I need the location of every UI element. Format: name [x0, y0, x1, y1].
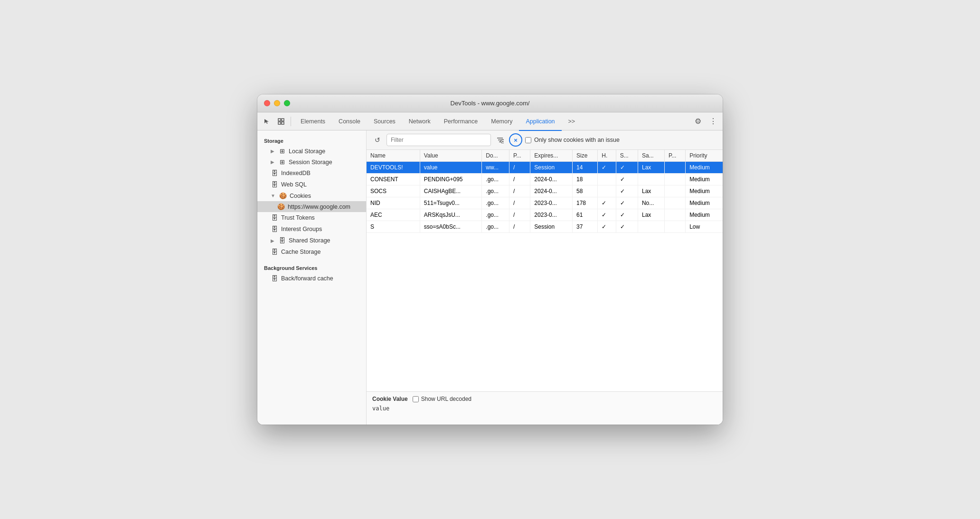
table-cell: .go... — [482, 185, 509, 197]
devtools-body: Storage ▶ ⊞ Local Storage ▶ ⊞ Session St… — [257, 130, 723, 425]
table-cell: 58 — [572, 185, 597, 197]
table-row[interactable]: Ssso=sA0bSc....go.../Session37✓✓Low — [367, 221, 723, 233]
table-cell: .go... — [482, 221, 509, 233]
table-cell: Low — [686, 221, 723, 233]
minimize-button[interactable] — [274, 100, 280, 106]
cookie-value-header: Cookie Value Show URL decoded — [372, 396, 717, 402]
table-cell: AEC — [367, 209, 420, 221]
sidebar-label-cookies: Cookies — [290, 193, 311, 199]
url-decode-checkbox[interactable] — [413, 396, 419, 402]
cookies-table: Name Value Do... P... Expires... Size H.… — [367, 150, 723, 391]
sidebar-item-indexeddb[interactable]: 🗄 IndexedDB — [257, 167, 366, 179]
window-title: DevTools - www.google.com/ — [451, 100, 530, 107]
inspect-icon-button[interactable] — [274, 115, 288, 128]
table-cell: ✓ — [616, 209, 638, 221]
tab-sources[interactable]: Sources — [367, 113, 402, 131]
toolbar-right: ⚙ ⋮ — [691, 115, 720, 128]
table-cell: 37 — [572, 221, 597, 233]
table-cell — [598, 185, 616, 197]
table-cell: 14 — [572, 162, 597, 174]
tab-bar: Elements Console Sources Network Perform… — [294, 112, 690, 130]
table-cell — [638, 174, 664, 185]
col-httponly[interactable]: H. — [598, 150, 616, 162]
sidebar-item-local-storage[interactable]: ▶ ⊞ Local Storage — [257, 146, 366, 157]
table-row[interactable]: CONSENTPENDING+095.go.../2024-0...18✓Med… — [367, 174, 723, 185]
sidebar-item-back-forward-cache[interactable]: 🗄 Back/forward cache — [257, 273, 366, 284]
close-button[interactable] — [264, 100, 270, 106]
sidebar-label-indexeddb: IndexedDB — [281, 170, 311, 176]
sidebar-item-shared-storage[interactable]: ▶ 🗄 Shared Storage — [257, 235, 366, 246]
tab-console[interactable]: Console — [332, 113, 367, 131]
sidebar-item-cookies[interactable]: ▼ 🍪 Cookies — [257, 190, 366, 201]
table-row[interactable]: SOCSCAISHAgBE....go.../2024-0...58✓LaxMe… — [367, 185, 723, 197]
table-header-row: Name Value Do... P... Expires... Size H.… — [367, 150, 723, 162]
sidebar-label-interest-groups: Interest Groups — [281, 226, 322, 232]
table-cell — [664, 185, 685, 197]
more-options-button[interactable]: ⋮ — [707, 115, 720, 128]
col-value[interactable]: Value — [420, 150, 482, 162]
tab-network[interactable]: Network — [402, 113, 437, 131]
sidebar-item-session-storage[interactable]: ▶ ⊞ Session Storage — [257, 157, 366, 167]
settings-button[interactable]: ⚙ — [691, 115, 705, 128]
sidebar-label-back-forward-cache: Back/forward cache — [281, 275, 333, 282]
toolbar: Elements Console Sources Network Perform… — [257, 112, 723, 130]
table-row[interactable]: DEVTOOLS!valueww.../Session14✓✓LaxMedium — [367, 162, 723, 174]
sidebar-label-shared-storage: Shared Storage — [289, 237, 330, 244]
tab-performance[interactable]: Performance — [437, 113, 485, 131]
db-icon: 🗄 — [271, 181, 278, 188]
tab-more[interactable]: >> — [562, 113, 582, 131]
table-cell: / — [509, 221, 530, 233]
col-partitioned[interactable]: P... — [664, 150, 685, 162]
storage-section-header: Storage — [257, 135, 366, 146]
tab-elements[interactable]: Elements — [294, 113, 332, 131]
table-cell: / — [509, 209, 530, 221]
table-cell: .go... — [482, 174, 509, 185]
table-cell: 2023-0... — [530, 197, 573, 209]
sidebar-item-cookies-google[interactable]: 🍪 https://www.google.com — [257, 201, 366, 212]
col-secure[interactable]: S... — [616, 150, 638, 162]
tab-application[interactable]: Application — [519, 113, 561, 131]
col-samesite[interactable]: Sa... — [638, 150, 664, 162]
refresh-button[interactable]: ↺ — [371, 134, 384, 146]
table-cell: ✓ — [616, 221, 638, 233]
col-expires[interactable]: Expires... — [530, 150, 573, 162]
filter-input[interactable] — [386, 134, 491, 146]
col-name[interactable]: Name — [367, 150, 420, 162]
titlebar: DevTools - www.google.com/ — [257, 94, 723, 112]
sidebar-item-web-sql[interactable]: 🗄 Web SQL — [257, 179, 366, 190]
table-row[interactable]: NID511=Tsugv0....go.../2023-0...178✓✓No.… — [367, 197, 723, 209]
col-priority[interactable]: Priority — [686, 150, 723, 162]
toolbar-divider — [291, 117, 291, 126]
table-cell: Lax — [638, 185, 664, 197]
cursor-icon-button[interactable] — [260, 115, 273, 128]
col-size[interactable]: Size — [572, 150, 597, 162]
show-issues-text: Only show cookies with an issue — [534, 137, 620, 143]
table-cell: Medium — [686, 209, 723, 221]
db-icon: 🗄 — [278, 237, 286, 244]
sidebar-item-interest-groups[interactable]: 🗄 Interest Groups — [257, 223, 366, 235]
sidebar-label-trust-tokens: Trust Tokens — [281, 214, 315, 221]
maximize-button[interactable] — [284, 100, 290, 106]
sidebar-item-trust-tokens[interactable]: 🗄 Trust Tokens — [257, 212, 366, 223]
background-services-section-header: Background Services — [257, 262, 366, 273]
col-path[interactable]: P... — [509, 150, 530, 162]
url-decode-label[interactable]: Show URL decoded — [413, 396, 471, 402]
clear-cookies-button[interactable]: × — [509, 133, 522, 147]
table-cell — [664, 221, 685, 233]
table-row[interactable]: AECARSKqsJsU....go.../2023-0...61✓✓LaxMe… — [367, 209, 723, 221]
cookies-data-table: Name Value Do... P... Expires... Size H.… — [367, 150, 723, 233]
show-issues-checkbox[interactable] — [525, 137, 531, 143]
tab-memory[interactable]: Memory — [484, 113, 519, 131]
cookie-child-icon: 🍪 — [277, 203, 285, 210]
cookie-value-title: Cookie Value — [372, 396, 408, 402]
sidebar-item-cache-storage[interactable]: 🗄 Cache Storage — [257, 246, 366, 258]
show-issues-label[interactable]: Only show cookies with an issue — [525, 137, 620, 143]
svg-point-8 — [502, 141, 504, 142]
grid-icon: ⊞ — [278, 148, 286, 155]
sidebar-label-session-storage: Session Storage — [289, 159, 332, 166]
filter-settings-button[interactable] — [494, 134, 506, 146]
table-cell: / — [509, 162, 530, 174]
table-cell: / — [509, 197, 530, 209]
table-cell — [664, 174, 685, 185]
col-domain[interactable]: Do... — [482, 150, 509, 162]
